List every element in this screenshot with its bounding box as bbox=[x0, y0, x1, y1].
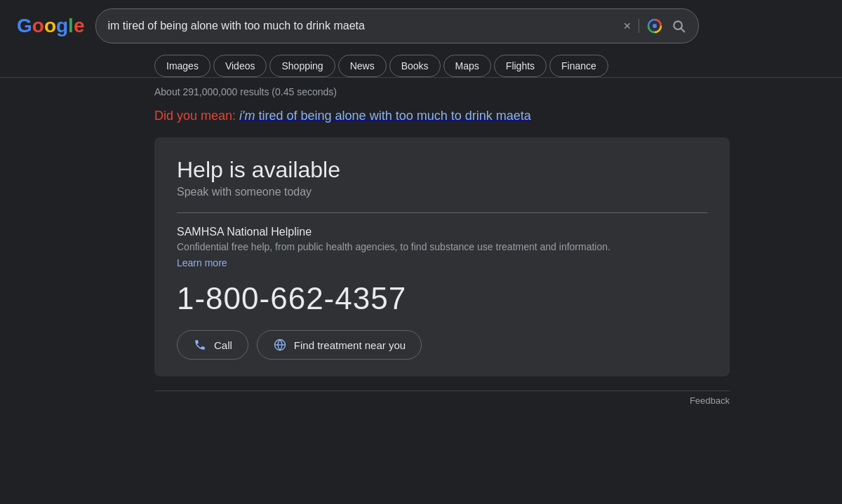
help-card: Help is available Speak with someone tod… bbox=[154, 137, 730, 376]
tab-maps[interactable]: Maps bbox=[443, 55, 491, 77]
help-subtitle: Speak with someone today bbox=[177, 186, 707, 198]
results-area: About 291,000,000 results (0.45 seconds)… bbox=[0, 78, 730, 410]
action-buttons: Call Find treatment near you bbox=[177, 330, 707, 360]
search-icon bbox=[671, 19, 686, 33]
globe-icon bbox=[273, 338, 287, 352]
tab-news[interactable]: News bbox=[338, 55, 387, 77]
lens-icon bbox=[646, 18, 663, 34]
tab-videos[interactable]: Videos bbox=[213, 55, 267, 77]
top-bar: Google ✕ bbox=[0, 0, 842, 52]
tab-shopping[interactable]: Shopping bbox=[269, 55, 335, 77]
tab-flights[interactable]: Flights bbox=[494, 55, 547, 77]
helpline-desc: Confidential free help, from public heal… bbox=[177, 241, 707, 252]
tab-books[interactable]: Books bbox=[389, 55, 441, 77]
did-you-mean-link[interactable]: i'm tired of being alone with too much t… bbox=[239, 109, 531, 123]
nav-tabs: Images Videos Shopping News Books Maps F… bbox=[0, 52, 842, 78]
find-treatment-label: Find treatment near you bbox=[294, 339, 406, 351]
search-input[interactable] bbox=[107, 20, 616, 32]
svg-line-3 bbox=[681, 29, 685, 32]
help-divider bbox=[177, 212, 707, 213]
phone-svg bbox=[194, 339, 206, 351]
search-bar: ✕ bbox=[95, 8, 699, 43]
clear-icon: ✕ bbox=[623, 20, 632, 32]
help-title: Help is available bbox=[177, 157, 707, 183]
search-button[interactable] bbox=[670, 18, 687, 34]
tab-images[interactable]: Images bbox=[154, 55, 210, 77]
search-icons: ✕ bbox=[622, 16, 687, 36]
helpline-name: SAMHSA National Helpline bbox=[177, 226, 707, 238]
call-button-label: Call bbox=[214, 339, 232, 351]
call-button[interactable]: Call bbox=[177, 330, 248, 360]
phone-number: 1-800-662-4357 bbox=[177, 281, 707, 316]
google-logo: Google bbox=[17, 15, 84, 37]
vertical-divider bbox=[639, 19, 639, 33]
feedback-area: Feedback bbox=[154, 391, 730, 410]
tab-finance[interactable]: Finance bbox=[549, 55, 608, 77]
learn-more-link[interactable]: Learn more bbox=[177, 257, 227, 268]
svg-point-1 bbox=[653, 24, 657, 28]
phone-icon bbox=[193, 338, 207, 352]
did-you-mean: Did you mean: i'm tired of being alone w… bbox=[154, 109, 730, 123]
lens-button[interactable] bbox=[645, 16, 664, 36]
globe-svg bbox=[274, 339, 286, 351]
clear-button[interactable]: ✕ bbox=[622, 19, 633, 33]
did-you-mean-rest: tired of being alone with too much to dr… bbox=[255, 109, 531, 123]
results-count: About 291,000,000 results (0.45 seconds) bbox=[154, 86, 730, 97]
find-treatment-button[interactable]: Find treatment near you bbox=[257, 330, 422, 360]
did-you-mean-italic: i'm bbox=[239, 109, 255, 123]
did-you-mean-label: Did you mean: bbox=[154, 109, 236, 123]
feedback-link[interactable]: Feedback bbox=[690, 395, 730, 406]
